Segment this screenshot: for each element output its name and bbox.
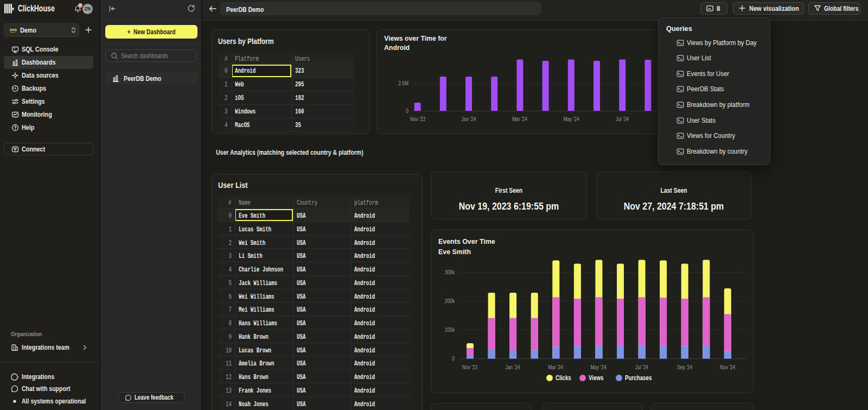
svg-text:aws: aws: [10, 28, 17, 31]
